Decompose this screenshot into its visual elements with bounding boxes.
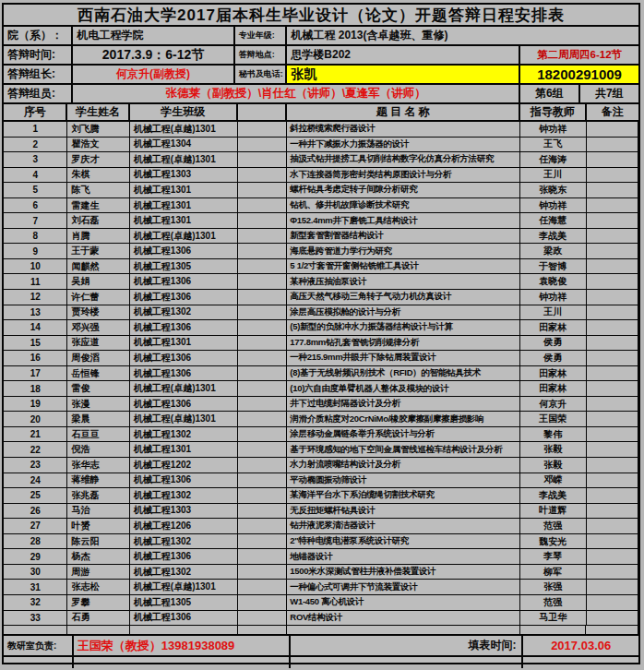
- table-row: 14 邓兴强 机械工程1306 (5)新型的负脉冲水力振荡器结构设计与计算 田家…: [4, 320, 638, 336]
- advisor-name: 钟功祥: [520, 290, 586, 305]
- table-row: 21 石亘亘 机械工程1302 涂层移动金属链条举升系统设计与分析 黎伟: [4, 427, 638, 443]
- blank-cell: [238, 427, 288, 442]
- row-number: 3: [4, 152, 67, 167]
- blank-cell: [238, 351, 288, 365]
- note-cell: [587, 565, 639, 580]
- blank-cell: [238, 580, 288, 594]
- thesis-title: 一种井下减振水力振荡器的设计: [287, 138, 520, 152]
- table-row: 25 张兆磊 机械工程1302 某海洋平台水下系泊缆绳切割技术研究 李战美: [4, 488, 638, 504]
- student-class: 机械工程1305: [130, 595, 238, 610]
- blank-cell: [238, 488, 288, 503]
- advisor-name: 任海涛: [520, 152, 586, 167]
- footer-row: 教研室负责: 王国荣（教授）13981938089 填表时间: 2017.03.…: [4, 636, 638, 657]
- thesis-title: W1-450 离心机设计: [287, 595, 520, 610]
- thesis-title: 高压天然气移动三角转子气动力机仿真设计: [287, 290, 520, 305]
- student-name: 周游: [67, 565, 129, 580]
- group-members-value: 张德莱（副教授）\肖仕红（讲师）\夏逢军（讲师）: [73, 85, 520, 102]
- defense-time-label: 答辩时间:: [4, 46, 73, 64]
- thesis-title: 平动椭圆振动筛设计: [287, 473, 520, 488]
- header-student-class: 学生班级: [130, 104, 238, 120]
- defense-place-label: 答辩地点:: [235, 46, 288, 64]
- student-name: 许仁蕾: [67, 290, 129, 305]
- table-row: 16 周俊滔 机械工程1306 一种215.9mm井眼井下除钻屑装置设计 侯勇: [4, 351, 638, 366]
- info-row-members: 答辩组员: 张德莱（副教授）\肖仕红（讲师）\夏逢军（讲师） 第6组 共7组: [4, 85, 638, 104]
- blank-cell: [238, 442, 288, 457]
- student-class: 机械工程1306: [130, 397, 238, 412]
- blank-cell: [238, 611, 288, 626]
- advisor-name: 魏安光: [520, 534, 586, 549]
- secretary-label: 秘书及电话:: [235, 66, 288, 83]
- student-name: 雷建生: [67, 198, 129, 213]
- row-number: 29: [4, 549, 67, 564]
- schedule-sheet: 西南石油大学2017届本科生毕业设计（论文）开题答辩日程安排表 院（系）： 机电…: [2, 3, 640, 664]
- group-leader-value: 何京升(副教授): [73, 66, 234, 83]
- header-advisor: 指导教师: [520, 104, 586, 120]
- page-title: 西南石油大学2017届本科生毕业设计（论文）开题答辩日程安排表: [4, 5, 638, 25]
- advisor-name: 田家林: [520, 381, 586, 396]
- student-name: 雷俊: [67, 381, 129, 396]
- student-name: 梁晨: [67, 412, 129, 426]
- fill-date-value: 2017.03.06: [523, 636, 638, 655]
- student-class: 机械工程1306: [130, 611, 238, 626]
- row-number: 25: [4, 488, 67, 503]
- thesis-title: 地锚器设计: [287, 549, 520, 564]
- note-cell: [587, 488, 639, 503]
- advisor-name: 黎伟: [520, 427, 586, 442]
- thesis-title: 润滑介质粘度对20CrNiMo/橡胶摩擦副摩擦磨损影响: [287, 412, 520, 426]
- group-number: 第6组: [520, 85, 579, 102]
- table-row: 9 王于蒙 机械工程1306 海底悬跨管道力学行为研究 梁政: [4, 244, 638, 259]
- blank-cell: [238, 565, 288, 580]
- blank-cell: [238, 595, 288, 610]
- defense-place-value: 思学楼B202: [287, 46, 520, 64]
- note-cell: [587, 183, 639, 197]
- student-class: 机械工程1202: [130, 458, 238, 473]
- header-thesis-title: 题 目 名 称: [287, 104, 520, 120]
- blank-cell: [238, 366, 288, 381]
- row-number: 11: [4, 274, 67, 289]
- student-name: 陈飞: [67, 183, 129, 197]
- note-cell: [587, 259, 639, 274]
- row-number: 33: [4, 611, 67, 626]
- thesis-title: 斜拉桥缆索爬行器设计: [287, 122, 520, 137]
- student-name: 贾玲楼: [67, 305, 129, 320]
- student-name: 刘飞腾: [67, 122, 129, 137]
- student-class: 机械工程1206: [130, 519, 238, 533]
- advisor-name: 张晓东: [520, 183, 586, 197]
- table-row: 1 刘飞腾 机械工程(卓越)1301 斜拉桥缆索爬行器设计 钟功祥: [4, 122, 638, 138]
- student-rows: 1 刘飞腾 机械工程(卓越)1301 斜拉桥缆索爬行器设计 钟功祥 2 瞿浩文 …: [4, 122, 638, 626]
- student-name: 石亘亘: [67, 427, 129, 442]
- table-row: 28 陈云阳 机械工程1302 2''特种电缆电潜泵系统设计研究 魏安光: [4, 534, 638, 550]
- student-class: 机械工程1302: [130, 305, 238, 320]
- table-row: 18 雷俊 机械工程(卓越)1301 (10)六自由度单臂机器人整体及模块的设计…: [4, 381, 638, 397]
- row-number: 31: [4, 580, 67, 594]
- table-row: 12 许仁蕾 机械工程1306 高压天然气移动三角转子气动力机仿真设计 钟功祥: [4, 290, 638, 305]
- student-name: 石勇: [67, 611, 129, 626]
- defense-time-value: 2017.3.9：6-12节: [73, 46, 234, 64]
- row-number: 14: [4, 320, 67, 335]
- thesis-title: 无反扭矩螺杆钻具设计: [287, 504, 520, 519]
- note-cell: [587, 213, 639, 228]
- student-class: 机械工程(卓越)1301: [130, 580, 238, 594]
- student-name: 张应道: [67, 336, 129, 351]
- note-cell: [587, 519, 639, 533]
- info-row-time: 答辩时间: 2017.3.9：6-12节 答辩地点: 思学楼B202 第二周周四…: [4, 46, 638, 66]
- advisor-name: 王国荣: [520, 412, 586, 426]
- advisor-name: 李战美: [520, 488, 586, 503]
- student-class: 机械工程1301: [130, 213, 238, 228]
- table-row: 30 周游 机械工程1302 1500米水深测试管柱井液补偿装置设计 柳军: [4, 565, 638, 580]
- blank-cell: [238, 320, 288, 335]
- advisor-name: 袁晓俊: [520, 274, 586, 289]
- row-number: 20: [4, 412, 67, 426]
- note-cell: [587, 366, 639, 381]
- advisor-name: 张毅: [520, 458, 586, 473]
- student-name: 张兆磊: [67, 488, 129, 503]
- table-row: 3 罗庆才 机械工程(卓越)1301 抽汲式钻井提捞工具切削结构数字化仿真分析方…: [4, 152, 638, 168]
- student-name: 蒋维静: [67, 473, 129, 488]
- table-header-row: 序号 学生姓名 学生班级 题 目 名 称 指导教师 备注: [4, 104, 638, 122]
- advisor-name: 马卫华: [520, 611, 586, 626]
- note-cell: [587, 168, 639, 183]
- row-number: 24: [4, 473, 67, 488]
- blank-cell: [238, 229, 288, 244]
- advisor-name: 叶道辉: [520, 504, 586, 519]
- note-cell: [587, 336, 639, 351]
